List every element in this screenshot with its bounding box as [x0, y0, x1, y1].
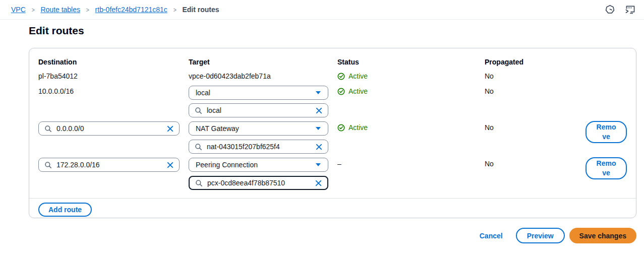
status-label: Active [348, 86, 368, 96]
preview-button[interactable]: Preview [516, 228, 565, 243]
target-type-select[interactable]: local [189, 86, 328, 100]
route-status: Active [337, 122, 368, 133]
route-status-empty: – [337, 159, 341, 169]
save-changes-button[interactable]: Save changes [569, 228, 636, 243]
page-title: Edit routes [29, 25, 84, 37]
clear-icon[interactable] [316, 144, 322, 150]
status-label: Active [348, 71, 368, 81]
search-icon [44, 125, 52, 133]
search-icon [44, 161, 52, 169]
target-search-box-focused [189, 176, 328, 190]
remove-route-button[interactable]: Remove [586, 157, 627, 179]
clear-icon[interactable] [167, 125, 173, 132]
route-propagated-text: No [485, 159, 494, 169]
route-destination-text: pl-7ba54012 [38, 71, 78, 81]
route-status: Active [337, 86, 368, 96]
breadcrumb-separator-icon: > [86, 6, 89, 14]
status-label: Active [348, 122, 368, 133]
target-search-input[interactable] [207, 106, 311, 114]
footer-actions: Cancel Preview Save changes [480, 228, 636, 243]
destination-search-input[interactable] [56, 161, 162, 169]
edit-routes-page: VPC > Route tables > rtb-0fefc24bd7121c8… [0, 0, 644, 257]
chevron-down-icon [315, 91, 321, 95]
check-circle-icon [337, 124, 345, 132]
breadcrumb-separator-icon: > [32, 6, 35, 14]
recent-history-icon[interactable] [605, 5, 615, 14]
breadcrumb-link-route-table-id[interactable]: rtb-0fefc24bd7121c81c [95, 6, 167, 14]
target-search-box [189, 103, 328, 117]
search-icon [195, 179, 203, 187]
route-destination-text: 10.0.0.0/16 [38, 86, 74, 96]
destination-search-box [38, 121, 180, 136]
target-type-select[interactable]: NAT Gateway [189, 121, 328, 136]
destination-search-box [38, 158, 180, 172]
target-search-input[interactable] [207, 143, 311, 151]
column-header-target: Target [189, 57, 210, 67]
search-icon [195, 143, 202, 151]
select-value: NAT Gateway [196, 124, 239, 133]
add-route-button[interactable]: Add route [38, 203, 92, 217]
remove-route-button[interactable]: Remove [586, 121, 627, 143]
route-propagated-text: No [485, 71, 494, 81]
column-header-destination: Destination [38, 57, 77, 67]
target-type-select[interactable]: Peering Connection [189, 158, 328, 172]
breadcrumb-bar: VPC > Route tables > rtb-0fefc24bd7121c8… [0, 0, 644, 20]
check-circle-icon [337, 73, 345, 80]
cloudshell-icon[interactable] [625, 5, 635, 14]
column-header-status: Status [337, 57, 359, 67]
check-circle-icon [337, 88, 345, 95]
routes-editor-card: Destination Target Status Propagated pl-… [29, 48, 636, 218]
search-icon [195, 107, 202, 114]
card-divider [29, 198, 636, 199]
route-status: Active [337, 71, 368, 81]
column-header-propagated: Propagated [485, 57, 523, 67]
breadcrumb-separator-icon: > [173, 6, 177, 14]
topbar-icons [605, 5, 635, 14]
chevron-down-icon [315, 126, 321, 131]
destination-search-input[interactable] [56, 124, 162, 133]
chevron-down-icon [315, 163, 321, 167]
breadcrumb-current-page: Edit routes [182, 6, 219, 14]
breadcrumb-link-route-tables[interactable]: Route tables [40, 6, 80, 14]
clear-icon[interactable] [316, 107, 322, 114]
breadcrumb-link-vpc[interactable]: VPC [11, 6, 26, 14]
select-value: Peering Connection [196, 161, 258, 169]
route-propagated-text: No [485, 122, 494, 133]
clear-icon[interactable] [167, 162, 173, 168]
route-target-text: vpce-0d60423dab2feb71a [189, 71, 271, 81]
clear-icon[interactable] [315, 180, 322, 186]
target-search-box [189, 140, 328, 154]
select-value: local [196, 89, 210, 97]
breadcrumb: VPC > Route tables > rtb-0fefc24bd7121c8… [11, 0, 219, 19]
target-search-input[interactable] [207, 179, 311, 187]
cancel-button[interactable]: Cancel [480, 232, 503, 240]
route-propagated-text: No [485, 86, 494, 96]
